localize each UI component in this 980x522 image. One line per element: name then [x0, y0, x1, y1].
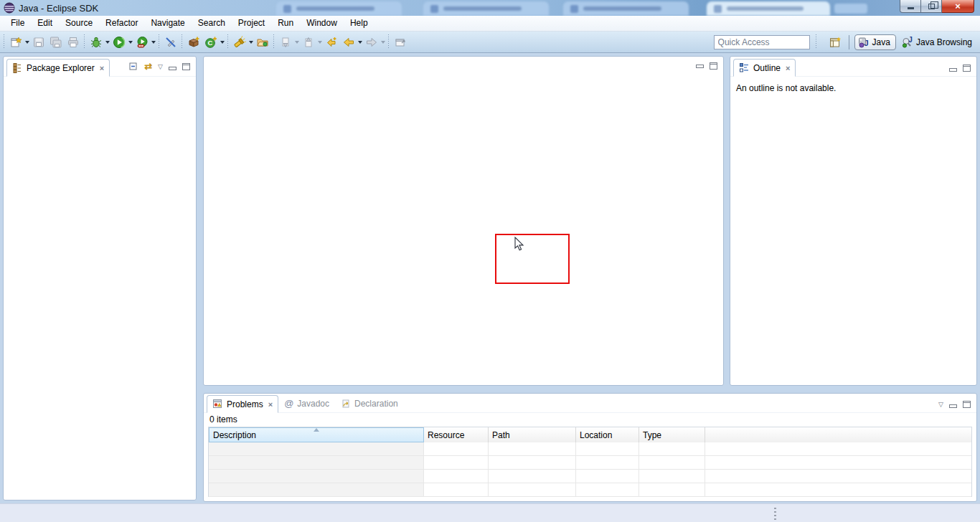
forward-button[interactable]: [363, 34, 380, 51]
forward-dropdown[interactable]: [381, 41, 385, 44]
outline-icon: [739, 62, 750, 73]
menu-item-file[interactable]: File: [4, 16, 31, 31]
column-header-path[interactable]: Path: [489, 427, 576, 442]
run-button[interactable]: [110, 34, 128, 51]
mouse-cursor: [514, 237, 524, 252]
print-icon: [67, 36, 80, 49]
tab-close-icon[interactable]: ×: [267, 400, 273, 409]
menu-item-search[interactable]: Search: [192, 16, 232, 31]
table-row[interactable]: [209, 483, 971, 497]
maximize-view-icon[interactable]: [182, 63, 190, 70]
back-dropdown[interactable]: [358, 41, 362, 44]
tab-javadoc[interactable]: @ Javadoc: [278, 394, 335, 412]
previous-annotation-dropdown[interactable]: [318, 41, 322, 44]
run-external-tools-button[interactable]: [133, 34, 151, 51]
new-java-package-button[interactable]: [185, 34, 202, 51]
search-button[interactable]: [231, 34, 248, 51]
next-annotation-dropdown[interactable]: [295, 41, 299, 44]
menu-item-window[interactable]: Window: [300, 16, 344, 31]
perspective-java-browsing-button[interactable]: J Java Browsing: [899, 35, 977, 49]
search-dropdown[interactable]: [249, 41, 253, 44]
menu-item-project[interactable]: Project: [232, 16, 271, 31]
perspective-java-button[interactable]: J Java: [854, 34, 896, 50]
external-tools-dropdown[interactable]: [151, 41, 156, 44]
minimize-view-icon[interactable]: [169, 67, 176, 70]
column-header-type[interactable]: Type: [639, 427, 705, 442]
browser-tab-text-blur: [583, 6, 661, 11]
tab-close-icon[interactable]: ×: [784, 64, 790, 72]
maximize-view-icon[interactable]: [963, 65, 971, 72]
quick-access-input[interactable]: [714, 35, 810, 49]
next-annotation-icon: [279, 36, 292, 49]
background-new-tab-button: [834, 4, 867, 14]
column-header-description[interactable]: Description: [209, 427, 424, 442]
column-header-location[interactable]: Location: [576, 427, 639, 442]
column-header-resource[interactable]: Resource: [424, 427, 489, 442]
sort-ascending-icon: [314, 428, 319, 432]
skip-all-breakpoints-button[interactable]: [162, 34, 179, 51]
new-wizard-dropdown[interactable]: [25, 41, 29, 44]
window-minimize-button[interactable]: [900, 0, 921, 13]
window-restore-button[interactable]: [921, 0, 942, 13]
skip-breakpoints-icon: [164, 36, 177, 49]
problems-table: Description Resource Path Location Type: [208, 427, 972, 497]
minimize-view-icon[interactable]: [949, 404, 957, 408]
maximize-view-icon[interactable]: [963, 401, 971, 408]
next-annotation-button[interactable]: [277, 34, 294, 51]
menu-item-source[interactable]: Source: [59, 16, 99, 31]
debug-icon: [90, 36, 103, 49]
forward-icon: [365, 36, 378, 49]
collapse-all-icon[interactable]: [128, 62, 138, 72]
debug-button[interactable]: [88, 34, 105, 51]
table-row[interactable]: [209, 442, 971, 456]
new-wizard-button[interactable]: [7, 34, 24, 51]
tab-close-icon[interactable]: ×: [98, 64, 104, 72]
save-all-button[interactable]: [47, 34, 65, 51]
outline-view: Outline × An outline is not available.: [730, 56, 977, 386]
back-button[interactable]: [340, 34, 357, 51]
debug-dropdown[interactable]: [105, 41, 110, 44]
open-type-button[interactable]: [254, 34, 271, 51]
tab-javadoc-label: Javadoc: [297, 399, 329, 409]
view-menu-icon[interactable]: ▽: [938, 401, 943, 408]
print-button[interactable]: [65, 34, 82, 51]
editor-area[interactable]: [203, 56, 724, 386]
package-explorer-content[interactable]: [4, 77, 196, 500]
menu-item-run[interactable]: Run: [271, 16, 300, 31]
table-row[interactable]: [209, 456, 971, 470]
menu-item-refactor[interactable]: Refactor: [99, 16, 144, 31]
minimize-editor-icon[interactable]: [696, 65, 704, 68]
problems-view: Problems × @ Javadoc Declaration ▽: [203, 393, 977, 502]
browser-tab-text-blur: [296, 6, 374, 11]
perspective-java-browsing-label: Java Browsing: [916, 37, 972, 47]
last-edit-location-button[interactable]: [323, 34, 340, 51]
tab-outline[interactable]: Outline ×: [733, 59, 796, 77]
open-perspective-button[interactable]: [826, 34, 844, 51]
tab-problems[interactable]: Problems ×: [207, 395, 278, 413]
outline-header: Outline ×: [730, 57, 976, 77]
new-class-dropdown[interactable]: [220, 41, 225, 44]
status-sash-handle[interactable]: [774, 508, 777, 521]
browser-tab-favicon: [714, 5, 722, 13]
previous-annotation-button[interactable]: [300, 34, 317, 51]
link-with-editor-icon[interactable]: ⇄: [144, 62, 152, 71]
main-toolbar: C: [0, 32, 980, 53]
title-bar[interactable]: Java - Eclipse SDK ×: [0, 0, 980, 16]
browser-tab-text-blur: [443, 6, 522, 11]
save-button[interactable]: [30, 34, 47, 51]
maximize-editor-icon[interactable]: [710, 62, 717, 70]
table-row[interactable]: [209, 470, 971, 483]
window-close-button[interactable]: ×: [942, 0, 974, 13]
problems-icon: [212, 399, 223, 409]
tab-package-explorer[interactable]: Package Explorer ×: [6, 59, 110, 77]
tab-declaration[interactable]: Declaration: [335, 394, 404, 412]
minimize-view-icon[interactable]: [949, 68, 957, 72]
menu-item-edit[interactable]: Edit: [31, 16, 59, 31]
menu-item-help[interactable]: Help: [344, 16, 374, 31]
tab-declaration-label: Declaration: [354, 399, 398, 409]
view-menu-icon[interactable]: ▽: [158, 63, 163, 70]
run-dropdown[interactable]: [128, 41, 133, 44]
editor-presentation-button[interactable]: [392, 34, 409, 51]
menu-item-navigate[interactable]: Navigate: [144, 16, 191, 31]
new-java-class-button[interactable]: C: [202, 34, 220, 51]
